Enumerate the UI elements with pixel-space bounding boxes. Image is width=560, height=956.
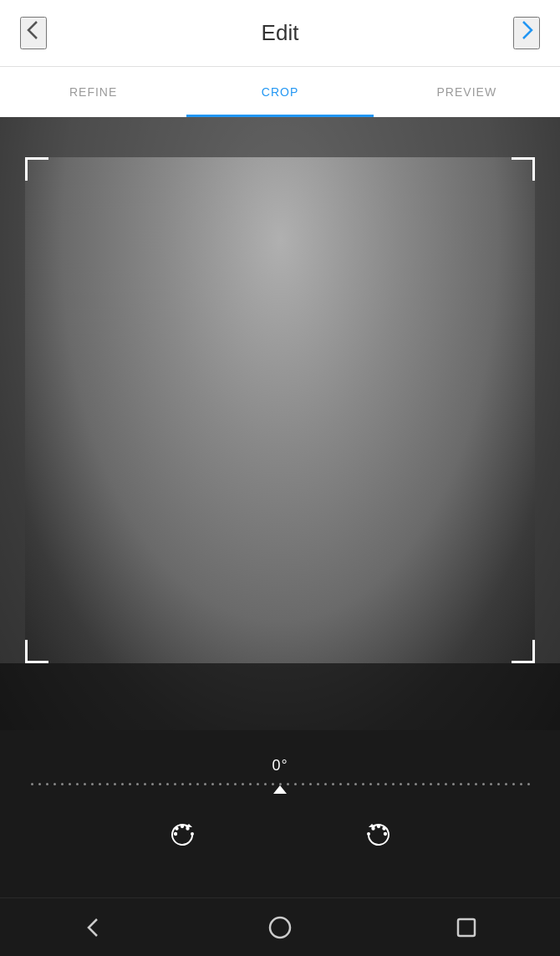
svg-point-10 [270,918,290,938]
crop-overlay-left [0,157,25,663]
ruler-dot [61,783,64,785]
ruler-dot [369,783,372,785]
ruler-dot [445,783,447,785]
ruler-dot [475,783,477,785]
ruler-dot [76,783,79,785]
crop-box[interactable] [25,157,535,663]
ruler-dot [339,783,342,785]
ruler-dot [482,783,485,785]
ruler-line: 0° [0,777,560,790]
ruler-dot [38,783,41,785]
tab-bar: REFINE CROP PREVIEW [0,67,560,117]
ruler-dot [490,783,492,785]
ruler-dot [317,783,319,785]
ruler-dot [520,783,522,785]
ruler-dot [407,783,410,785]
ruler-dot [159,783,161,785]
ruler-dot [114,783,116,785]
crop-overlay-top [0,117,560,157]
ruler-dot [497,783,500,785]
ruler-dot [174,783,176,785]
nav-back-button[interactable] [80,914,107,941]
ruler-dot [332,783,334,785]
ruler-dot [512,783,515,785]
ruler-dot [505,783,507,785]
ruler-dot [91,783,94,785]
crop-corner-br[interactable] [512,640,535,663]
ruler-dot [106,783,109,785]
ruler-dot [129,783,131,785]
ruler-dot [136,783,139,785]
ruler-dot [257,783,259,785]
ruler-dot [189,783,191,785]
ruler-dot [430,783,432,785]
ruler-dot [377,783,379,785]
ruler-dot [234,783,237,785]
ruler-dot [219,783,221,785]
controls-area: 0° [0,730,560,897]
svg-point-4 [186,827,188,829]
degree-indicator [273,785,287,794]
ruler-dot [437,783,440,785]
header: Edit [0,0,560,67]
back-button[interactable] [20,17,47,49]
ruler-dot [467,783,470,785]
tab-preview[interactable]: PREVIEW [374,67,560,117]
svg-rect-11 [458,919,475,936]
ruler-dot [181,783,184,785]
ruler-dot [362,783,364,785]
svg-point-8 [377,826,379,827]
rotate-ccw-button[interactable] [362,817,395,851]
rotate-cw-button[interactable] [165,817,199,851]
nav-home-button[interactable] [267,914,293,941]
tab-refine[interactable]: REFINE [0,67,186,117]
degree-display: 0° [272,757,288,775]
ruler-dot [53,783,56,785]
ruler-dot [347,783,349,785]
ruler-dot [196,783,199,785]
svg-point-9 [372,827,374,829]
ruler-dot [294,783,297,785]
ruler-dot [384,783,387,785]
edit-area [0,117,560,730]
crop-corner-tr[interactable] [512,157,535,181]
svg-point-7 [383,827,384,829]
crop-overlay-right [535,157,560,663]
ruler-dot [204,783,206,785]
ruler-dot [151,783,154,785]
tab-crop[interactable]: CROP [186,67,373,117]
ruler-dot [392,783,395,785]
ruler-dot [31,783,33,785]
ruler-dot [422,783,425,785]
ruler-dot [227,783,229,785]
rotation-ruler[interactable]: 0° [0,777,560,790]
ruler-dot [302,783,304,785]
ruler-dot [99,783,101,785]
crop-corner-tl[interactable] [25,157,48,181]
ruler-dot [46,783,48,785]
svg-point-2 [176,827,177,829]
svg-point-6 [384,833,385,835]
ruler-dot [69,783,71,785]
ruler-dot [211,783,214,785]
crop-corner-bl[interactable] [25,640,48,663]
crop-overlay-bottom [0,663,560,730]
nav-recent-button[interactable] [453,914,480,941]
ruler-dot [242,783,244,785]
ruler-dot [144,783,146,785]
ruler-dot [84,783,86,785]
ruler-dot [527,783,530,785]
svg-point-3 [181,826,182,827]
ruler-dot [452,783,455,785]
ruler-dot [166,783,169,785]
ruler-dot [354,783,357,785]
ruler-dot [264,783,267,785]
ruler-dot [415,783,417,785]
nav-bar [0,897,560,956]
ruler-dot [400,783,402,785]
forward-button[interactable] [513,17,540,49]
ruler-dot [324,783,327,785]
ruler-dot [249,783,252,785]
svg-point-1 [174,833,176,835]
ruler-dot [309,783,312,785]
